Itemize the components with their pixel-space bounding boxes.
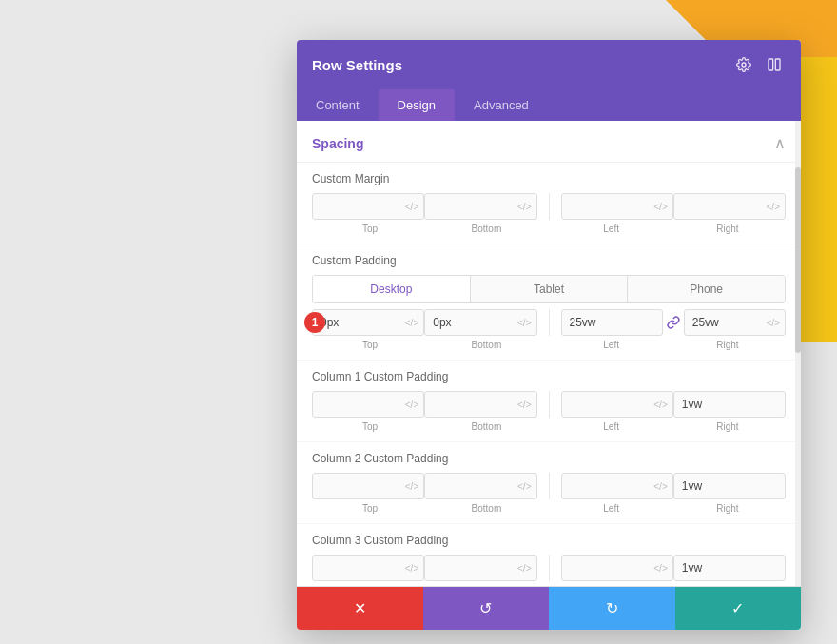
- col1-padding-group: Column 1 Custom Padding </> </>: [297, 361, 801, 442]
- settings-icon[interactable]: [732, 53, 755, 76]
- col3-left-input-wrapper: </>: [561, 555, 673, 581]
- margin-bottom-label: Bottom: [428, 224, 544, 234]
- margin-left-label: Left: [554, 224, 670, 234]
- col1-left-input-wrapper: </>: [561, 391, 673, 418]
- tab-bar: Content Design Advanced: [297, 89, 801, 121]
- col3-top-code-icon[interactable]: </>: [405, 563, 418, 574]
- col2-label-div: [545, 503, 554, 514]
- col1-labels: Top Bottom Left Right: [312, 421, 786, 432]
- col1-label-div: [545, 421, 554, 432]
- margin-top-code-icon[interactable]: </>: [405, 202, 418, 212]
- padding-bottom-code-icon[interactable]: </>: [517, 318, 531, 328]
- col3-bottom-code-icon[interactable]: </>: [517, 563, 531, 574]
- margin-right-code-icon[interactable]: </>: [767, 202, 780, 212]
- col2-top-input-wrapper: </>: [312, 473, 424, 499]
- col2-left-right-pair: </>: [561, 473, 787, 499]
- modal-title: Row Settings: [312, 57, 402, 73]
- col3-top-bottom-pair: </> </>: [312, 555, 537, 581]
- margin-right-input-wrapper: </>: [673, 193, 786, 220]
- padding-right-input-wrapper: </>: [684, 309, 786, 336]
- margin-lr-labels: Left Right: [554, 224, 787, 234]
- col2-padding-group: Column 2 Custom Padding </> </>: [297, 442, 801, 524]
- col1-left-code-icon[interactable]: </>: [653, 400, 667, 410]
- reset-button[interactable]: ↺: [423, 587, 550, 630]
- label-div: [545, 224, 554, 234]
- col2-labels: Top Bottom Left Right: [312, 503, 786, 514]
- padding-lr-labels: Left Right: [554, 340, 787, 350]
- col3-right-input[interactable]: [673, 555, 786, 581]
- spacing-title: Spacing: [312, 136, 363, 151]
- margin-tb-labels: Top Bottom: [312, 224, 545, 234]
- margin-left-code-icon[interactable]: </>: [653, 202, 667, 212]
- col1-right-input-wrapper: [673, 391, 786, 418]
- col2-bottom-code-icon[interactable]: </>: [517, 481, 531, 492]
- col2-tb-labels: Top Bottom: [312, 503, 545, 514]
- col3-bottom-label: Bottom: [428, 585, 544, 586]
- redo-button[interactable]: ↻: [549, 587, 675, 630]
- col3-divider: [549, 555, 550, 581]
- col1-bottom-input-wrapper: </>: [424, 391, 536, 418]
- cancel-button[interactable]: ✕: [297, 587, 423, 630]
- padding-top-code-icon[interactable]: </>: [405, 318, 418, 328]
- padding-right-code-icon[interactable]: </>: [767, 318, 780, 328]
- padding-bottom-label: Bottom: [428, 340, 544, 350]
- save-button[interactable]: ✓: [675, 587, 802, 630]
- col2-right-label: Right: [670, 503, 786, 514]
- col2-top-label: Top: [312, 503, 428, 514]
- scrollbar-area: [795, 121, 801, 586]
- svg-rect-1: [769, 59, 773, 70]
- col1-padding-label: Column 1 Custom Padding: [312, 370, 786, 383]
- padding-top-label: Top: [312, 340, 428, 350]
- padding-left-input[interactable]: [561, 309, 663, 336]
- spacing-section-header: Spacing ∧: [297, 121, 801, 163]
- modal-header: Row Settings: [297, 40, 801, 89]
- padding-inputs-row: 1 </> </>: [312, 309, 786, 336]
- padding-right-label: Right: [670, 340, 786, 350]
- col2-left-code-icon[interactable]: </>: [653, 481, 667, 492]
- tab-design[interactable]: Design: [379, 89, 455, 121]
- scrollbar-thumb[interactable]: [795, 167, 801, 354]
- padding-left-label: Left: [554, 340, 670, 350]
- col2-inputs-row: </> </> </>: [312, 473, 786, 499]
- tab-advanced[interactable]: Advanced: [455, 89, 548, 121]
- tab-content[interactable]: Content: [297, 89, 379, 121]
- collapse-icon[interactable]: ∧: [774, 134, 786, 152]
- device-tabs: Desktop Tablet Phone: [312, 275, 786, 303]
- col1-top-code-icon[interactable]: </>: [405, 400, 418, 410]
- col3-top-label: Top: [312, 585, 428, 586]
- modal-body: Spacing ∧ Custom Margin </> </>: [297, 121, 801, 586]
- col3-left-code-icon[interactable]: </>: [653, 563, 667, 574]
- custom-padding-group: Custom Padding Desktop Tablet Phone 1 </…: [297, 244, 801, 361]
- col3-label-div: [545, 585, 554, 586]
- col2-right-input[interactable]: [673, 473, 786, 499]
- margin-divider: [549, 193, 550, 220]
- link-icon[interactable]: [663, 316, 684, 329]
- col2-left-input-wrapper: </>: [561, 473, 673, 499]
- margin-top-label: Top: [312, 224, 428, 234]
- padding-label-div: [545, 340, 554, 350]
- tab-tablet[interactable]: Tablet: [471, 276, 629, 302]
- col2-bottom-input-wrapper: </>: [424, 473, 536, 499]
- col2-bottom-label: Bottom: [428, 503, 544, 514]
- col2-right-input-wrapper: [673, 473, 786, 499]
- col1-lr-labels: Left Right: [554, 421, 787, 432]
- margin-left-input-wrapper: </>: [561, 193, 673, 220]
- col1-right-input[interactable]: [673, 391, 786, 418]
- col3-left-label: Left: [554, 585, 670, 586]
- tab-phone[interactable]: Phone: [628, 276, 785, 302]
- custom-margin-group: Custom Margin </> </>: [297, 163, 801, 244]
- tab-desktop[interactable]: Desktop: [313, 276, 471, 302]
- col3-right-input-wrapper: [673, 555, 786, 581]
- columns-icon[interactable]: [763, 53, 786, 76]
- margin-top-input-wrapper: </>: [312, 193, 424, 220]
- col2-top-bottom-pair: </> </>: [312, 473, 537, 499]
- header-icons: [732, 53, 786, 76]
- col1-left-label: Left: [554, 421, 670, 432]
- col2-top-code-icon[interactable]: </>: [405, 481, 418, 492]
- col1-bottom-code-icon[interactable]: </>: [517, 400, 531, 410]
- col3-right-label: Right: [670, 585, 786, 586]
- margin-bottom-code-icon[interactable]: </>: [517, 202, 531, 212]
- padding-tb-labels: Top Bottom: [312, 340, 545, 350]
- svg-rect-2: [775, 59, 780, 70]
- padding-divider: [549, 309, 550, 336]
